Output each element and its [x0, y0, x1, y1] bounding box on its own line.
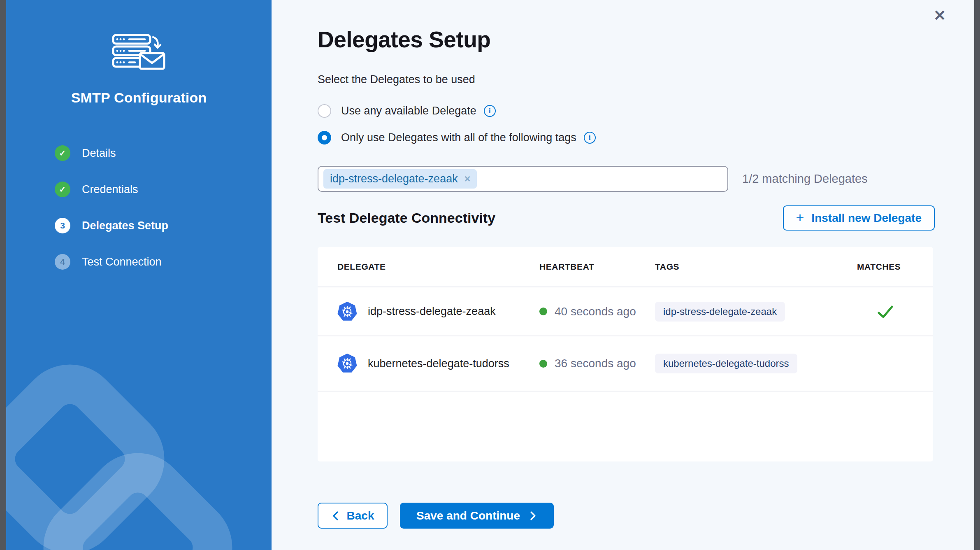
column-header-heartbeat: HEARTBEAT — [539, 262, 655, 272]
step-complete-check-icon: ✓ — [55, 182, 70, 197]
delegate-tag-badge: idp-stress-delegate-zeaak — [655, 302, 785, 322]
step-test-connection[interactable]: 4 Test Connection — [55, 254, 168, 270]
radio-option-any-delegate[interactable]: Use any available Delegate i — [318, 104, 974, 118]
column-header-tags: TAGS — [655, 262, 857, 272]
test-connectivity-title: Test Delegate Connectivity — [318, 210, 495, 226]
step-number-badge: 4 — [55, 254, 70, 270]
step-label: Details — [82, 147, 116, 160]
step-label: Test Connection — [82, 256, 162, 268]
delegates-table: DELEGATE HEARTBEAT TAGS MATCHES — [318, 247, 933, 461]
radio-button[interactable] — [318, 104, 331, 118]
save-button-label: Save and Continue — [416, 509, 520, 522]
radio-label: Only use Delegates with all of the follo… — [341, 131, 576, 144]
page-title: Delegates Setup — [318, 26, 974, 53]
column-header-delegate: DELEGATE — [337, 262, 539, 272]
radio-option-tagged-delegates[interactable]: Only use Delegates with all of the follo… — [318, 131, 974, 144]
chevron-left-icon — [331, 510, 340, 521]
radio-button[interactable] — [318, 131, 331, 144]
delegate-name: idp-stress-delegate-zeaak — [368, 305, 496, 318]
step-complete-check-icon: ✓ — [55, 145, 70, 161]
step-label: Delegates Setup — [82, 219, 168, 232]
delegates-setup-panel: ✕ Delegates Setup Select the Delegates t… — [272, 0, 974, 550]
tag-chip: idp-stress-delegate-zeaak × — [323, 169, 477, 189]
delegate-name: kubernetes-delegate-tudorss — [368, 357, 509, 370]
matches-check-icon — [876, 302, 895, 321]
table-row[interactable]: kubernetes-delegate-tudorss 36 seconds a… — [318, 336, 933, 392]
save-and-continue-button[interactable]: Save and Continue — [400, 503, 554, 529]
install-button-label: Install new Delegate — [811, 212, 922, 225]
radio-label: Use any available Delegate — [341, 105, 476, 117]
heartbeat-text: 36 seconds ago — [555, 357, 636, 370]
wizard-steps: ✓ Details ✓ Credentials 3 Delegates Setu… — [55, 145, 168, 270]
remove-tag-icon[interactable]: × — [464, 173, 471, 185]
step-details[interactable]: ✓ Details — [55, 145, 168, 161]
column-header-matches: MATCHES — [857, 262, 913, 272]
matching-delegates-count: 1/2 matching Delegates — [742, 172, 868, 186]
install-new-delegate-button[interactable]: + Install new Delegate — [783, 205, 935, 231]
back-button-label: Back — [347, 509, 374, 522]
table-header-row: DELEGATE HEARTBEAT TAGS MATCHES — [318, 247, 933, 287]
info-icon[interactable]: i — [584, 132, 596, 144]
select-delegates-label: Select the Delegates to be used — [318, 73, 974, 86]
wizard-title: SMTP Configuration — [71, 90, 207, 106]
plus-icon: + — [796, 210, 804, 226]
kubernetes-icon — [337, 354, 357, 373]
tag-chip-label: idp-stress-delegate-zeaak — [330, 172, 458, 185]
heartbeat-text: 40 seconds ago — [555, 305, 636, 318]
wizard-sidebar: SMTP Configuration ✓ Details ✓ Credentia… — [6, 0, 272, 550]
smtp-servers-mail-icon — [112, 34, 166, 70]
step-credentials[interactable]: ✓ Credentials — [55, 182, 168, 197]
close-icon[interactable]: ✕ — [930, 6, 950, 26]
table-row[interactable]: idp-stress-delegate-zeaak 40 seconds ago… — [318, 287, 933, 336]
delegate-tag-badge: kubernetes-delegate-tudorss — [655, 354, 797, 373]
screen-edge-right — [974, 0, 980, 550]
step-number-badge: 3 — [55, 218, 70, 233]
step-delegates-setup[interactable]: 3 Delegates Setup — [55, 218, 168, 233]
heartbeat-status-dot — [539, 360, 547, 368]
info-icon[interactable]: i — [484, 105, 496, 117]
screen-edge-left — [0, 0, 6, 550]
kubernetes-icon — [337, 302, 357, 322]
chevron-right-icon — [528, 510, 537, 521]
delegate-tags-input[interactable]: idp-stress-delegate-zeaak × — [318, 166, 728, 192]
heartbeat-status-dot — [539, 308, 547, 315]
step-label: Credentials — [82, 183, 138, 196]
back-button[interactable]: Back — [318, 503, 388, 529]
